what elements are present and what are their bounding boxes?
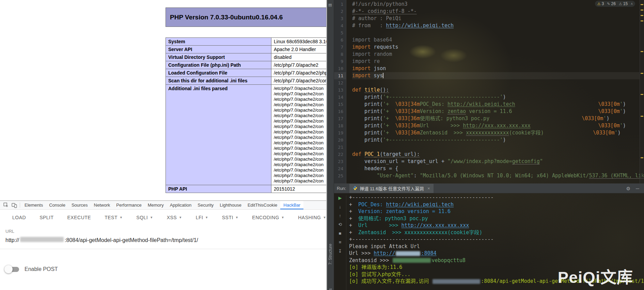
phpinfo-row-label: System [166, 38, 271, 46]
scroll-up-icon[interactable]: ↑ [337, 213, 343, 219]
line-number: 5 [334, 29, 346, 36]
toolwindow-favorites-button[interactable]: 2: Favorites [328, 272, 333, 290]
inspect-element-icon[interactable] [2, 201, 10, 209]
token: Url >>> [420, 123, 463, 129]
token: def [352, 87, 364, 93]
token: print( [352, 123, 383, 129]
chevron-down-icon: ▼ [179, 216, 182, 219]
typo-icon: ✎ [607, 2, 610, 6]
hackbar-button-encoding[interactable]: ENCODING▼ [252, 215, 284, 220]
devtools-tab-network[interactable]: Network [91, 201, 113, 209]
devtools-tab-security[interactable]: Security [194, 201, 217, 209]
line-number: 18 [334, 122, 346, 129]
rerun-icon[interactable]: ▶ [337, 195, 343, 201]
warning-tick[interactable] [641, 157, 643, 158]
error-stripe[interactable] [640, 0, 644, 183]
hackbar-button-execute[interactable]: EXECUTE [67, 215, 91, 220]
warning-tick[interactable] [641, 15, 643, 16]
run-tab[interactable]: 禅道 11.6版本 任意文件写入漏洞 × [349, 184, 433, 193]
token: ' [620, 108, 623, 114]
link[interactable]: http://xxx.xxx.xxx.xxx [402, 222, 469, 228]
settings-icon[interactable]: ⚙ [626, 186, 631, 191]
code-line: version_url = target_url + "/www/index.p… [352, 158, 640, 165]
token: title [364, 87, 380, 93]
weak-warnings-count: ⚠15 [619, 1, 628, 6]
clear-icon[interactable]: ↧ [337, 248, 343, 254]
link[interactable]: :8084 [421, 250, 436, 256]
devtools-tab-memory[interactable]: Memory [145, 201, 167, 209]
link[interactable]: http://wiki.peiqi.tech [386, 202, 454, 208]
link[interactable]: http:// [374, 250, 395, 256]
warning-tick[interactable] [641, 20, 643, 21]
warning-tick[interactable] [641, 4, 643, 5]
run-header-actions: ⚙─ [626, 186, 644, 191]
chevron-down-icon: ▼ [120, 216, 123, 219]
line-number: 15 [334, 101, 346, 108]
hackbar-button-test[interactable]: TEST▼ [105, 215, 123, 220]
ini-file-path: /etc/php/7.0/apache2/con [274, 173, 326, 178]
button-label: SQLI [136, 215, 148, 220]
token: + [349, 222, 358, 228]
ini-file-path: /etc/php/7.0/apache2/con [274, 108, 326, 113]
line-number: 11 [334, 72, 346, 79]
button-label: EXECUTE [67, 215, 91, 220]
run-label: Run: [337, 186, 346, 191]
warning-tick[interactable] [641, 94, 643, 95]
hackbar-button-xss[interactable]: XSS▼ [167, 215, 182, 220]
devtools-tab-performance[interactable]: Performance [113, 201, 144, 209]
token: ) [623, 101, 626, 107]
hackbar-button-lfi[interactable]: LFI▼ [196, 215, 208, 220]
stop-icon[interactable]: ■ [337, 231, 343, 236]
hackbar-button-hashing[interactable]: HASHING▼ [298, 215, 326, 220]
link[interactable]: http://wiki.peiqi.tech [447, 101, 515, 107]
devtools-tab-console[interactable]: Console [46, 201, 68, 209]
toolwindow-structure-button[interactable]: 7: Structure [328, 232, 333, 265]
devtools-tabbar: ElementsConsoleSourcesNetworkPerformance… [0, 201, 326, 210]
redacted-host [20, 237, 64, 242]
hackbar-panel: LOADSPLITEXECUTETEST▼SQLI▼XSS▼LFI▼SSTI▼E… [0, 210, 326, 272]
warning-tick[interactable] [641, 73, 643, 74]
phpinfo-row: PHP API20151012 [166, 185, 327, 193]
ini-file-path: /etc/php/7.0/apache2/con [274, 102, 326, 108]
devtools-tab-application[interactable]: Application [167, 201, 195, 209]
inspections-widget[interactable]: ⚠3 ✎26 ⚠15 ˄ [595, 1, 635, 7]
chevron-up-icon[interactable]: ˄ [631, 2, 633, 6]
hackbar-button-ssti[interactable]: SSTI▼ [222, 215, 239, 220]
toolwindow-icon[interactable]: ▤ [328, 3, 332, 7]
devtools-tab-hackbar[interactable]: HackBar [280, 201, 303, 209]
url-input[interactable]: http://:8084/api-getModel-api-getMethod-… [5, 237, 326, 243]
soft-wrap-icon[interactable]: ≡ [337, 240, 343, 245]
hackbar-button-sqli[interactable]: SQLI▼ [136, 215, 153, 220]
devtools-tab-sources[interactable]: Sources [68, 201, 91, 209]
warning-tick[interactable] [641, 51, 643, 52]
warning-tick[interactable] [641, 10, 643, 11]
token: (cookie字段) [509, 130, 544, 136]
code-line: import sys [352, 72, 640, 79]
hackbar-button-load[interactable]: LOAD [12, 215, 26, 220]
token [515, 101, 598, 107]
line-number: 21 [334, 144, 346, 151]
scroll-down-icon[interactable]: ↓ [337, 204, 343, 210]
link[interactable]: http://xxx.xxx.xxx.xxx [463, 123, 531, 129]
restart-icon[interactable]: ⟲ [337, 222, 343, 227]
enable-post-toggle[interactable] [5, 267, 19, 272]
token: print( [352, 115, 383, 122]
line-number: 12 [334, 79, 346, 86]
device-toolbar-icon[interactable] [10, 201, 18, 209]
code-editor[interactable]: 1234567891011121314151617181920212223242… [334, 0, 644, 183]
divider [20, 203, 20, 208]
warning-tick[interactable] [641, 116, 643, 117]
ini-file-path: /etc/php/7.0/apache2/con [274, 91, 326, 97]
token: [o] 成功写入文件,存在漏洞,访问 [349, 278, 432, 284]
url-prefix: http:// [5, 237, 19, 243]
devtools-tab-elements[interactable]: Elements [21, 201, 46, 209]
typos-count: ✎26 [607, 1, 616, 6]
hackbar-button-split[interactable]: SPLIT [40, 215, 53, 220]
token: +---------------------------------------… [349, 194, 493, 200]
devtools-tab-lighthouse[interactable]: Lighthouse [217, 201, 245, 209]
minimize-icon[interactable]: ─ [636, 186, 639, 191]
close-icon[interactable]: × [427, 186, 430, 191]
token: : [414, 173, 420, 179]
link[interactable]: http://wiki.peiqi.tech [386, 22, 454, 29]
devtools-tab-editthiscookie[interactable]: EditThisCookie [245, 201, 280, 209]
